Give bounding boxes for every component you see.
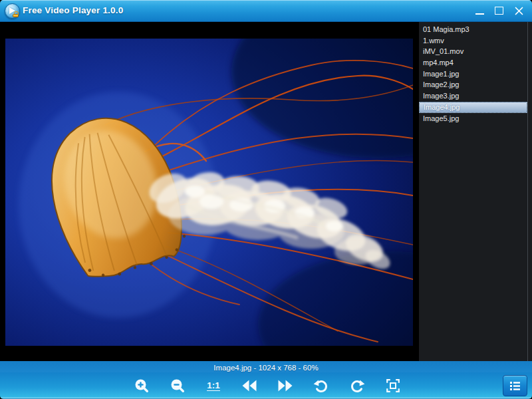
- playlist-scrollbar-track[interactable]: [527, 22, 528, 361]
- playlist-icon: [509, 381, 521, 391]
- zoom-out-button[interactable]: [169, 377, 186, 394]
- status-text: Image4.jpg - 1024 x 768 - 60%: [213, 364, 318, 372]
- actual-size-button[interactable]: 1:1: [205, 377, 222, 394]
- playlist-item[interactable]: Image2.jpg: [419, 79, 527, 90]
- playlist-item[interactable]: 01 Magia.mp3: [419, 24, 527, 35]
- app-window: Free Video Player 1.0.0: [0, 0, 532, 399]
- double-arrow-right-icon: [277, 378, 293, 394]
- fullscreen-icon: [385, 378, 401, 394]
- next-button[interactable]: [277, 377, 294, 394]
- previous-button[interactable]: [241, 377, 258, 394]
- playlist-item[interactable]: 1.wmv: [419, 35, 527, 47]
- fullscreen-button[interactable]: [384, 377, 402, 394]
- playlist-item[interactable]: mp4.mp4: [419, 57, 527, 68]
- close-icon: [515, 7, 523, 15]
- app-logo-play-disc-lock-icon: [5, 3, 21, 19]
- playlist-item[interactable]: iMV_01.mov: [419, 46, 527, 57]
- rotate-right-button[interactable]: [348, 377, 366, 394]
- zoom-in-button[interactable]: [133, 377, 150, 394]
- playlist-toggle-button[interactable]: [503, 375, 527, 396]
- rotate-cw-icon: [349, 378, 365, 394]
- minimize-button[interactable]: [471, 2, 489, 19]
- playlist-panel: 01 Magia.mp3 1.wmv iMV_01.mov mp4.mp4 Im…: [419, 22, 532, 361]
- window-title: Free Video Player 1.0.0: [23, 5, 123, 15]
- maximize-button[interactable]: [490, 2, 508, 19]
- maximize-icon: [495, 7, 503, 15]
- minimize-icon: [475, 13, 484, 15]
- one-to-one-label: 1:1: [207, 380, 220, 391]
- rotate-ccw-icon: [313, 378, 329, 394]
- playlist-item-selected[interactable]: Image4.jpg: [419, 102, 527, 113]
- magnifier-minus-icon: [170, 378, 186, 394]
- playlist-item[interactable]: Image5.jpg: [419, 113, 527, 124]
- image-viewer-area: [0, 22, 419, 361]
- toolbar: 1:1: [0, 372, 532, 399]
- statusbar: Image4.jpg - 1024 x 768 - 60%: [0, 361, 532, 372]
- rotate-left-button[interactable]: [313, 377, 330, 394]
- close-button[interactable]: [510, 2, 528, 19]
- titlebar[interactable]: Free Video Player 1.0.0: [0, 0, 532, 22]
- playlist-item[interactable]: Image1.jpg: [419, 68, 527, 80]
- magnifier-plus-icon: [134, 378, 150, 394]
- playlist-item[interactable]: Image3.jpg: [419, 90, 527, 102]
- double-arrow-left-icon: [241, 378, 257, 394]
- viewer-image-jellyfish: [5, 39, 413, 346]
